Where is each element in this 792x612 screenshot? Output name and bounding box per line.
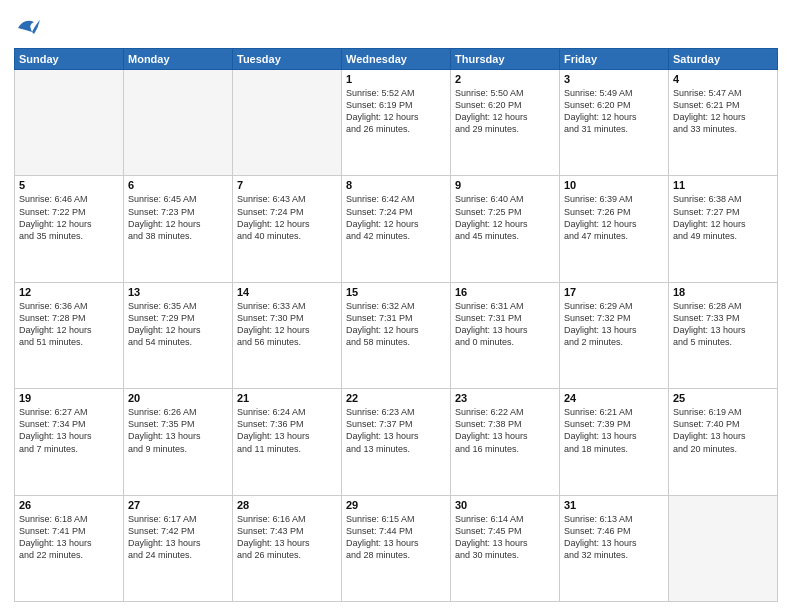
day-info: Sunrise: 6:45 AMSunset: 7:23 PMDaylight:… [128,193,228,242]
day-number: 23 [455,392,555,404]
day-number: 30 [455,499,555,511]
day-number: 16 [455,286,555,298]
calendar-cell: 25Sunrise: 6:19 AMSunset: 7:40 PMDayligh… [669,389,778,495]
day-info: Sunrise: 6:23 AMSunset: 7:37 PMDaylight:… [346,406,446,455]
day-info: Sunrise: 6:33 AMSunset: 7:30 PMDaylight:… [237,300,337,349]
calendar-week-2: 5Sunrise: 6:46 AMSunset: 7:22 PMDaylight… [15,176,778,282]
calendar-cell: 28Sunrise: 6:16 AMSunset: 7:43 PMDayligh… [233,495,342,601]
calendar-cell: 26Sunrise: 6:18 AMSunset: 7:41 PMDayligh… [15,495,124,601]
day-number: 15 [346,286,446,298]
calendar-cell: 9Sunrise: 6:40 AMSunset: 7:25 PMDaylight… [451,176,560,282]
calendar-cell: 31Sunrise: 6:13 AMSunset: 7:46 PMDayligh… [560,495,669,601]
day-number: 25 [673,392,773,404]
day-number: 17 [564,286,664,298]
day-info: Sunrise: 6:46 AMSunset: 7:22 PMDaylight:… [19,193,119,242]
day-info: Sunrise: 6:42 AMSunset: 7:24 PMDaylight:… [346,193,446,242]
calendar-cell: 23Sunrise: 6:22 AMSunset: 7:38 PMDayligh… [451,389,560,495]
day-number: 3 [564,73,664,85]
calendar-cell [669,495,778,601]
day-info: Sunrise: 5:49 AMSunset: 6:20 PMDaylight:… [564,87,664,136]
calendar-cell: 19Sunrise: 6:27 AMSunset: 7:34 PMDayligh… [15,389,124,495]
weekday-header-friday: Friday [560,49,669,70]
calendar-cell: 4Sunrise: 5:47 AMSunset: 6:21 PMDaylight… [669,70,778,176]
day-info: Sunrise: 6:13 AMSunset: 7:46 PMDaylight:… [564,513,664,562]
weekday-header-saturday: Saturday [669,49,778,70]
day-info: Sunrise: 6:29 AMSunset: 7:32 PMDaylight:… [564,300,664,349]
calendar-cell [124,70,233,176]
day-number: 26 [19,499,119,511]
calendar-cell: 29Sunrise: 6:15 AMSunset: 7:44 PMDayligh… [342,495,451,601]
calendar-cell: 5Sunrise: 6:46 AMSunset: 7:22 PMDaylight… [15,176,124,282]
day-info: Sunrise: 6:39 AMSunset: 7:26 PMDaylight:… [564,193,664,242]
calendar-cell: 11Sunrise: 6:38 AMSunset: 7:27 PMDayligh… [669,176,778,282]
calendar-week-3: 12Sunrise: 6:36 AMSunset: 7:28 PMDayligh… [15,282,778,388]
calendar-cell: 27Sunrise: 6:17 AMSunset: 7:42 PMDayligh… [124,495,233,601]
calendar-cell: 30Sunrise: 6:14 AMSunset: 7:45 PMDayligh… [451,495,560,601]
calendar-cell: 14Sunrise: 6:33 AMSunset: 7:30 PMDayligh… [233,282,342,388]
calendar-cell: 6Sunrise: 6:45 AMSunset: 7:23 PMDaylight… [124,176,233,282]
day-info: Sunrise: 5:47 AMSunset: 6:21 PMDaylight:… [673,87,773,136]
weekday-header-row: SundayMondayTuesdayWednesdayThursdayFrid… [15,49,778,70]
calendar-cell: 2Sunrise: 5:50 AMSunset: 6:20 PMDaylight… [451,70,560,176]
calendar-week-5: 26Sunrise: 6:18 AMSunset: 7:41 PMDayligh… [15,495,778,601]
day-number: 1 [346,73,446,85]
calendar-cell: 17Sunrise: 6:29 AMSunset: 7:32 PMDayligh… [560,282,669,388]
day-info: Sunrise: 6:14 AMSunset: 7:45 PMDaylight:… [455,513,555,562]
day-info: Sunrise: 6:38 AMSunset: 7:27 PMDaylight:… [673,193,773,242]
day-info: Sunrise: 6:35 AMSunset: 7:29 PMDaylight:… [128,300,228,349]
calendar-cell: 1Sunrise: 5:52 AMSunset: 6:19 PMDaylight… [342,70,451,176]
calendar-cell: 10Sunrise: 6:39 AMSunset: 7:26 PMDayligh… [560,176,669,282]
calendar-cell [233,70,342,176]
weekday-header-sunday: Sunday [15,49,124,70]
day-info: Sunrise: 6:36 AMSunset: 7:28 PMDaylight:… [19,300,119,349]
day-number: 29 [346,499,446,511]
calendar-cell: 8Sunrise: 6:42 AMSunset: 7:24 PMDaylight… [342,176,451,282]
day-info: Sunrise: 6:43 AMSunset: 7:24 PMDaylight:… [237,193,337,242]
day-number: 6 [128,179,228,191]
day-number: 2 [455,73,555,85]
day-info: Sunrise: 6:21 AMSunset: 7:39 PMDaylight:… [564,406,664,455]
calendar-week-4: 19Sunrise: 6:27 AMSunset: 7:34 PMDayligh… [15,389,778,495]
calendar-cell: 20Sunrise: 6:26 AMSunset: 7:35 PMDayligh… [124,389,233,495]
calendar-cell: 13Sunrise: 6:35 AMSunset: 7:29 PMDayligh… [124,282,233,388]
day-number: 28 [237,499,337,511]
day-number: 9 [455,179,555,191]
day-number: 4 [673,73,773,85]
weekday-header-thursday: Thursday [451,49,560,70]
day-number: 8 [346,179,446,191]
day-info: Sunrise: 6:18 AMSunset: 7:41 PMDaylight:… [19,513,119,562]
day-number: 27 [128,499,228,511]
day-number: 18 [673,286,773,298]
calendar-cell: 24Sunrise: 6:21 AMSunset: 7:39 PMDayligh… [560,389,669,495]
calendar-cell: 22Sunrise: 6:23 AMSunset: 7:37 PMDayligh… [342,389,451,495]
day-number: 24 [564,392,664,404]
day-info: Sunrise: 6:15 AMSunset: 7:44 PMDaylight:… [346,513,446,562]
day-number: 11 [673,179,773,191]
day-info: Sunrise: 5:50 AMSunset: 6:20 PMDaylight:… [455,87,555,136]
day-number: 22 [346,392,446,404]
day-number: 20 [128,392,228,404]
weekday-header-monday: Monday [124,49,233,70]
day-info: Sunrise: 6:27 AMSunset: 7:34 PMDaylight:… [19,406,119,455]
day-number: 21 [237,392,337,404]
day-number: 12 [19,286,119,298]
weekday-header-wednesday: Wednesday [342,49,451,70]
day-info: Sunrise: 6:40 AMSunset: 7:25 PMDaylight:… [455,193,555,242]
day-info: Sunrise: 6:31 AMSunset: 7:31 PMDaylight:… [455,300,555,349]
calendar-cell: 18Sunrise: 6:28 AMSunset: 7:33 PMDayligh… [669,282,778,388]
logo [14,14,46,42]
day-number: 10 [564,179,664,191]
day-number: 5 [19,179,119,191]
day-info: Sunrise: 6:22 AMSunset: 7:38 PMDaylight:… [455,406,555,455]
logo-icon [14,14,42,42]
calendar-week-1: 1Sunrise: 5:52 AMSunset: 6:19 PMDaylight… [15,70,778,176]
day-info: Sunrise: 6:24 AMSunset: 7:36 PMDaylight:… [237,406,337,455]
day-info: Sunrise: 6:19 AMSunset: 7:40 PMDaylight:… [673,406,773,455]
day-info: Sunrise: 6:28 AMSunset: 7:33 PMDaylight:… [673,300,773,349]
day-info: Sunrise: 6:32 AMSunset: 7:31 PMDaylight:… [346,300,446,349]
calendar-cell: 21Sunrise: 6:24 AMSunset: 7:36 PMDayligh… [233,389,342,495]
calendar-cell: 16Sunrise: 6:31 AMSunset: 7:31 PMDayligh… [451,282,560,388]
day-info: Sunrise: 6:26 AMSunset: 7:35 PMDaylight:… [128,406,228,455]
page: SundayMondayTuesdayWednesdayThursdayFrid… [0,0,792,612]
calendar-table: SundayMondayTuesdayWednesdayThursdayFrid… [14,48,778,602]
